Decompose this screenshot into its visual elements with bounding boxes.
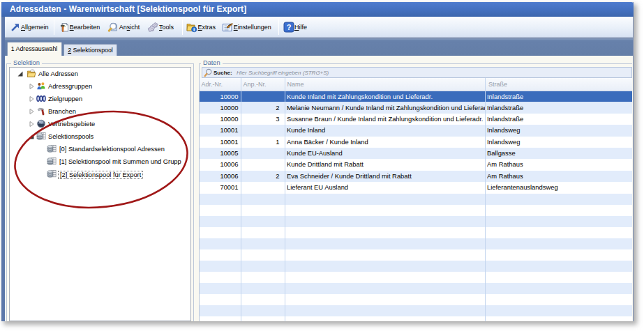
svg-text:?: ? <box>287 23 292 31</box>
